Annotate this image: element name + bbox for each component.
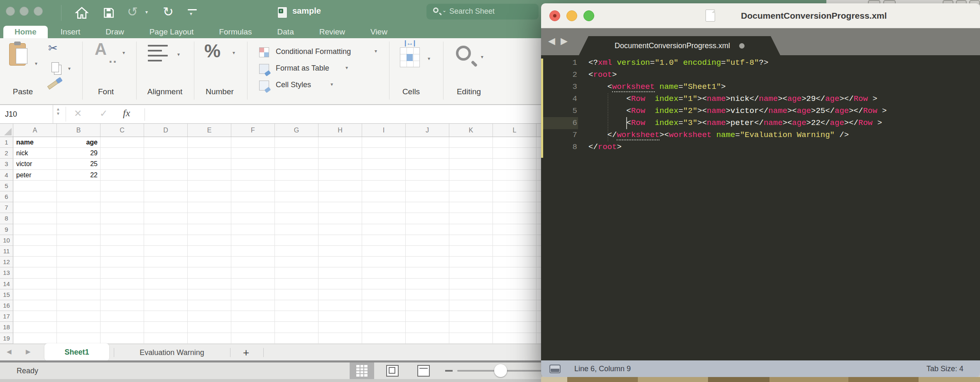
- number-format-icon[interactable]: %: [204, 41, 220, 61]
- font-caret[interactable]: ▾: [122, 50, 125, 56]
- row-header-5[interactable]: 5: [0, 181, 13, 191]
- minimize-button[interactable]: [20, 7, 29, 16]
- close-button[interactable]: [549, 10, 560, 21]
- alignment-icon[interactable]: [148, 45, 168, 65]
- row-header-17[interactable]: 17: [0, 311, 13, 322]
- sheet-prev-icon[interactable]: ◀: [7, 348, 12, 355]
- column-header-F[interactable]: F: [231, 124, 275, 137]
- home-icon[interactable]: [75, 6, 89, 20]
- row-header-19[interactable]: 19: [0, 333, 13, 344]
- redo-icon[interactable]: ↻: [163, 5, 174, 19]
- save-icon[interactable]: [102, 6, 115, 20]
- ribbon-tab-insert[interactable]: Insert: [59, 26, 82, 38]
- editing-caret[interactable]: ▾: [481, 54, 483, 60]
- grid-cell[interactable]: 25: [57, 159, 100, 169]
- cell-styles-label[interactable]: Cell Styles: [276, 81, 311, 89]
- add-sheet-button[interactable]: +: [243, 344, 249, 361]
- conditional-formatting-icon[interactable]: [259, 47, 269, 57]
- grid-cell[interactable]: nick: [13, 148, 57, 159]
- row-header-2[interactable]: 2: [0, 148, 13, 159]
- column-header-K[interactable]: K: [449, 124, 493, 137]
- copy-caret[interactable]: ▾: [68, 66, 71, 71]
- ribbon-tab-home[interactable]: Home: [3, 26, 48, 38]
- close-button[interactable]: [6, 7, 15, 16]
- cell-styles-icon[interactable]: [259, 81, 269, 91]
- format-as-table-label[interactable]: Format as Table: [276, 64, 329, 73]
- cell-styles-caret[interactable]: ▾: [331, 81, 333, 87]
- ribbon-tab-data[interactable]: Data: [276, 26, 295, 38]
- column-header-A[interactable]: A: [13, 124, 57, 137]
- column-header-J[interactable]: J: [406, 124, 449, 137]
- conditional-formatting-label[interactable]: Conditional Formatting: [276, 47, 351, 56]
- select-all-corner[interactable]: [0, 124, 13, 137]
- grid-cell[interactable]: age: [57, 137, 100, 148]
- row-header-8[interactable]: 8: [0, 213, 13, 224]
- spreadsheet-grid[interactable]: ABCDEFGHIJKLM 12345678910111213141516171…: [0, 124, 542, 344]
- nav-back-icon[interactable]: ◀: [548, 36, 555, 47]
- column-header-G[interactable]: G: [275, 124, 318, 137]
- zoom-slider-knob[interactable]: [494, 364, 507, 377]
- sheet-tab-sheet1[interactable]: Sheet1: [44, 343, 109, 361]
- toolbar-more-caret[interactable]: ▾: [190, 11, 192, 17]
- page-layout-view-button[interactable]: [386, 365, 399, 377]
- search-box[interactable]: ⌄ Search Sheet: [426, 4, 539, 20]
- format-as-table-caret[interactable]: ▾: [345, 65, 348, 71]
- search-scope-caret[interactable]: ⌄: [442, 7, 446, 13]
- row-header-18[interactable]: 18: [0, 322, 13, 333]
- grid-cell[interactable]: 29: [57, 148, 100, 159]
- row-header-12[interactable]: 12: [0, 257, 13, 267]
- conditional-formatting-caret[interactable]: ▾: [375, 48, 377, 54]
- column-header-E[interactable]: E: [188, 124, 231, 137]
- ribbon-tab-review[interactable]: Review: [318, 26, 346, 38]
- row-header-7[interactable]: 7: [0, 202, 13, 213]
- inspector-toggle-icon[interactable]: [549, 365, 561, 373]
- row-header-1[interactable]: 1: [0, 137, 13, 148]
- row-header-6[interactable]: 6: [0, 191, 13, 202]
- row-header-13[interactable]: 13: [0, 267, 13, 278]
- row-header-9[interactable]: 9: [0, 224, 13, 235]
- insert-function-icon[interactable]: fx: [123, 108, 130, 119]
- format-as-table-icon[interactable]: [259, 64, 269, 74]
- sheet-next-icon[interactable]: ▶: [26, 348, 31, 355]
- row-header-3[interactable]: 3: [0, 159, 13, 169]
- name-box-stepper[interactable]: ▲▼: [54, 107, 62, 116]
- ribbon-tab-formulas[interactable]: Formulas: [218, 26, 253, 38]
- cut-icon[interactable]: ✂: [48, 42, 58, 55]
- row-header-4[interactable]: 4: [0, 170, 13, 181]
- column-header-B[interactable]: B: [57, 124, 100, 137]
- zoom-out-icon[interactable]: [445, 370, 453, 372]
- row-header-10[interactable]: 10: [0, 235, 13, 246]
- ribbon-tab-draw[interactable]: Draw: [104, 26, 125, 38]
- code-editor-area[interactable]: 1<?xml version="1.0" encoding="utf-8"?>2…: [541, 55, 980, 360]
- ribbon-tab-view[interactable]: View: [369, 26, 389, 38]
- zoom-button[interactable]: [583, 10, 594, 21]
- cells-caret[interactable]: ▾: [428, 56, 430, 61]
- editing-icon[interactable]: [456, 46, 471, 61]
- zoom-button[interactable]: [34, 7, 43, 16]
- ribbon-tab-page-layout[interactable]: Page Layout: [148, 26, 195, 38]
- grid-cell[interactable]: name: [13, 137, 57, 148]
- confirm-entry-icon[interactable]: ✓: [100, 108, 108, 119]
- sheet-tab-evaluation-warning[interactable]: Evaluation Warning: [114, 344, 230, 361]
- row-header-16[interactable]: 16: [0, 300, 13, 311]
- name-box[interactable]: J10: [0, 105, 53, 123]
- column-header-L[interactable]: L: [493, 124, 537, 137]
- nav-forward-icon[interactable]: ▶: [561, 36, 568, 47]
- editor-tab[interactable]: DocumentConversionProgress.xml: [579, 36, 780, 55]
- grid-cell[interactable]: 22: [57, 170, 100, 181]
- cancel-entry-icon[interactable]: ✕: [74, 108, 82, 119]
- row-header-11[interactable]: 11: [0, 246, 13, 257]
- grid-cell[interactable]: peter: [13, 170, 57, 181]
- row-header-14[interactable]: 14: [0, 279, 13, 289]
- number-caret[interactable]: ▾: [233, 50, 235, 56]
- undo-icon[interactable]: ↻: [127, 5, 138, 19]
- column-header-H[interactable]: H: [318, 124, 362, 137]
- row-header-15[interactable]: 15: [0, 289, 13, 300]
- grid-cell[interactable]: victor: [13, 159, 57, 169]
- toolbar-more-icon[interactable]: [188, 9, 197, 10]
- normal-view-button[interactable]: [350, 362, 374, 379]
- alignment-caret[interactable]: ▾: [177, 51, 180, 57]
- column-header-I[interactable]: I: [362, 124, 406, 137]
- page-break-view-button[interactable]: [417, 365, 430, 377]
- undo-dropdown-caret[interactable]: ▾: [145, 9, 148, 15]
